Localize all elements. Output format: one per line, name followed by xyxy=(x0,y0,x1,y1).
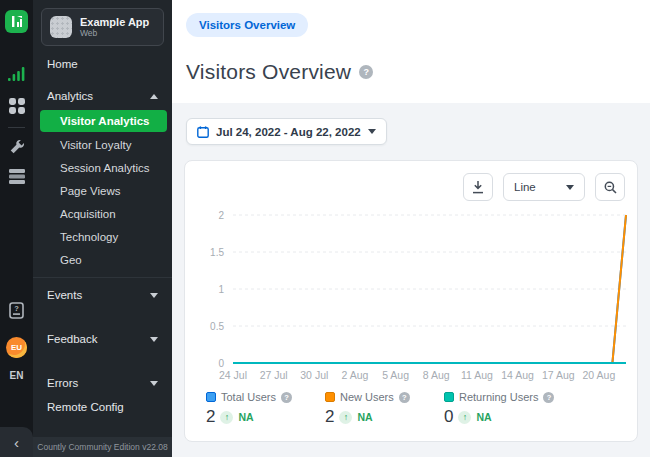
x-tick-label: 20 Aug xyxy=(583,369,616,381)
x-tick-label: 8 Aug xyxy=(423,369,450,381)
chevron-down-icon xyxy=(566,185,574,190)
chevron-up-icon xyxy=(150,94,158,99)
x-tick-label: 24 Jul xyxy=(219,369,247,381)
y-tick-label: 0.5 xyxy=(210,321,224,332)
icon-rail: ? EU EN ‹ xyxy=(0,0,33,457)
x-axis-labels: 24 Jul27 Jul30 Jul2 Aug5 Aug8 Aug11 Aug1… xyxy=(219,369,615,381)
chart-controls: Line xyxy=(463,173,625,201)
sidebar-menu: Home Analytics Visitor Analytics Visitor… xyxy=(33,52,172,419)
sidebar-item-session-analytics[interactable]: Session Analytics xyxy=(33,157,172,180)
new-users-delta: NA xyxy=(357,411,372,423)
sidebar-section-analytics[interactable]: Analytics xyxy=(33,84,172,108)
y-tick-label: 0 xyxy=(218,358,224,369)
app-selector-labels: Example App Web xyxy=(80,16,149,38)
legend-help-icon[interactable]: ? xyxy=(281,392,292,403)
errors-label: Errors xyxy=(47,377,78,389)
chart-legend: Total Users ? 2 ↑ NA New Users xyxy=(206,391,563,427)
sidebar-item-home[interactable]: Home xyxy=(33,52,172,76)
svg-text:?: ? xyxy=(14,304,19,313)
sidebar-item-acquisition[interactable]: Acquisition xyxy=(33,203,172,226)
legend-label: Returning Users xyxy=(459,391,538,403)
analytics-barchart-icon[interactable] xyxy=(0,66,33,82)
total-users-swatch xyxy=(206,392,216,402)
barchart-glyph xyxy=(8,66,25,82)
calendar-icon xyxy=(197,126,209,138)
sidebar-item-page-views[interactable]: Page Views xyxy=(33,180,172,203)
user-avatar[interactable]: EU xyxy=(6,337,27,358)
magnifier-icon xyxy=(604,181,617,194)
date-range-label: Jul 24, 2022 - Aug 22, 2022 xyxy=(216,126,361,138)
y-axis-labels: 00.511.52 xyxy=(210,210,224,369)
sidebar-item-geo[interactable]: Geo xyxy=(33,249,172,272)
title-row: Visitors Overview ? xyxy=(186,60,373,84)
app-type: Web xyxy=(80,28,149,38)
legend-total-users[interactable]: Total Users ? 2 ↑ NA xyxy=(206,391,325,427)
sidebar-section-errors[interactable]: Errors xyxy=(33,371,172,395)
utilities-wrench-icon[interactable] xyxy=(0,139,33,155)
y-tick-label: 2 xyxy=(218,210,224,221)
sidebar-item-technology[interactable]: Technology xyxy=(33,226,172,249)
app-name: Example App xyxy=(80,16,149,28)
breadcrumb[interactable]: Visitors Overview xyxy=(186,13,308,37)
doc-question-glyph: ? xyxy=(9,302,24,319)
zoom-button[interactable] xyxy=(595,173,625,201)
download-icon xyxy=(472,181,484,194)
spacer xyxy=(33,351,172,371)
x-tick-label: 11 Aug xyxy=(461,369,493,381)
total-users-value: 2 xyxy=(206,407,215,427)
app-selector[interactable]: Example App Web xyxy=(41,8,164,46)
download-button[interactable] xyxy=(463,173,493,201)
feedback-label: Feedback xyxy=(47,333,98,345)
sidebar-item-remote-config[interactable]: Remote Config xyxy=(33,395,172,419)
legend-label: New Users xyxy=(340,391,394,403)
sidebar-section-feedback[interactable]: Feedback xyxy=(33,327,172,351)
sidebar-item-visitor-loyalty[interactable]: Visitor Loyalty xyxy=(33,134,172,157)
sidebar-item-visitor-analytics[interactable]: Visitor Analytics xyxy=(40,110,167,132)
y-tick-label: 1.5 xyxy=(210,247,224,258)
new-users-swatch xyxy=(325,392,335,402)
returning-users-delta: NA xyxy=(476,411,491,423)
chevron-down-icon xyxy=(150,337,158,342)
x-tick-label: 17 Aug xyxy=(542,369,575,381)
chart-series-lines xyxy=(233,215,626,363)
trend-up-icon: ↑ xyxy=(220,411,233,424)
legend-label: Total Users xyxy=(221,391,276,403)
legend-returning-users[interactable]: Returning Users ? 0 ↑ NA xyxy=(444,391,563,427)
countly-logo-glyph xyxy=(9,14,24,29)
legend-help-icon[interactable]: ? xyxy=(543,392,554,403)
returning-users-swatch xyxy=(444,392,454,402)
wrench-glyph xyxy=(9,139,25,155)
sidebar-section-events[interactable]: Events xyxy=(33,283,172,307)
collapse-rail-button[interactable]: ‹ xyxy=(0,427,33,457)
countly-logo-icon[interactable] xyxy=(5,10,28,33)
chart-type-select[interactable]: Line xyxy=(503,173,585,201)
grid-glyph xyxy=(9,98,25,114)
chevron-down-icon xyxy=(150,293,158,298)
x-tick-label: 27 Jul xyxy=(260,369,288,381)
title-help-icon[interactable]: ? xyxy=(359,65,373,79)
apps-grid-icon[interactable] xyxy=(0,98,33,114)
data-manager-stack-icon[interactable] xyxy=(0,168,33,184)
app-icon xyxy=(50,16,72,38)
total-users-delta: NA xyxy=(238,411,253,423)
chevron-down-icon xyxy=(150,381,158,386)
x-tick-label: 2 Aug xyxy=(342,369,369,381)
legend-new-users[interactable]: New Users ? 2 ↑ NA xyxy=(325,391,444,427)
help-docs-icon[interactable]: ? xyxy=(0,302,33,319)
chart-gridlines xyxy=(233,215,626,363)
x-tick-label: 14 Aug xyxy=(501,369,534,381)
legend-help-icon[interactable]: ? xyxy=(399,392,410,403)
language-selector[interactable]: EN xyxy=(0,370,33,381)
visitors-chart-card: Line 00.511.52 24 Jul27 Jul30 Jul xyxy=(184,160,638,442)
events-label: Events xyxy=(47,289,82,301)
trend-up-icon: ↑ xyxy=(458,411,471,424)
y-tick-label: 1 xyxy=(218,284,224,295)
content-area: Jul 24, 2022 - Aug 22, 2022 Line xyxy=(172,103,650,457)
x-tick-label: 30 Jul xyxy=(300,369,328,381)
page-title: Visitors Overview xyxy=(186,60,351,84)
x-tick-label: 5 Aug xyxy=(382,369,409,381)
date-range-picker[interactable]: Jul 24, 2022 - Aug 22, 2022 xyxy=(186,118,387,145)
main-area: Visitors Overview Visitors Overview ? Ju… xyxy=(172,0,650,457)
trend-up-icon: ↑ xyxy=(339,411,352,424)
visitors-overview-chart[interactable]: 00.511.52 24 Jul27 Jul30 Jul2 Aug5 Aug8 … xyxy=(187,207,637,389)
